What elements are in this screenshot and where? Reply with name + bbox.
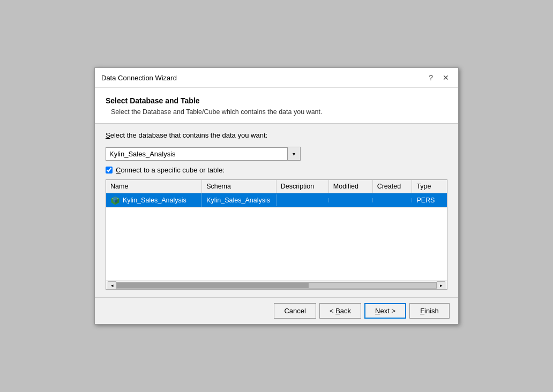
col-modified: Modified bbox=[329, 180, 373, 193]
col-description: Description bbox=[276, 180, 329, 193]
cell-created bbox=[373, 198, 413, 202]
scroll-right-arrow[interactable]: ▸ bbox=[437, 281, 445, 290]
dialog: Data Connection Wizard ? ✕ Select Databa… bbox=[94, 67, 459, 325]
table-header: Name Schema Description Modified Created… bbox=[106, 180, 447, 193]
cell-name: Kylin_Sales_Analysis bbox=[106, 193, 202, 207]
table-container: Name Schema Description Modified Created… bbox=[106, 179, 447, 290]
title-bar-controls: ? ✕ bbox=[426, 72, 452, 83]
footer-section: Cancel < Back Next > Finish bbox=[95, 297, 458, 324]
database-dropdown-wrapper: Kylin_Sales_Analysis ▾ bbox=[106, 147, 447, 161]
scroll-left-arrow[interactable]: ◂ bbox=[108, 281, 116, 290]
specific-cube-checkbox[interactable] bbox=[106, 167, 113, 174]
dialog-title: Data Connection Wizard bbox=[101, 74, 177, 82]
dropdown-arrow-icon[interactable]: ▾ bbox=[288, 147, 301, 161]
scrollbar-thumb bbox=[117, 283, 309, 288]
name-value: Kylin_Sales_Analysis bbox=[123, 197, 186, 204]
cell-modified bbox=[329, 198, 373, 202]
col-name: Name bbox=[106, 180, 202, 193]
header-subtitle: Select the Database and Table/Cube which… bbox=[111, 108, 447, 116]
next-button[interactable]: Next > bbox=[364, 303, 406, 319]
close-button[interactable]: ✕ bbox=[440, 72, 452, 83]
title-bar: Data Connection Wizard ? ✕ bbox=[95, 68, 458, 88]
specific-cube-label: Connect to a specific cube or table: bbox=[116, 166, 225, 174]
help-button[interactable]: ? bbox=[426, 72, 436, 83]
scrollbar-track[interactable] bbox=[116, 282, 437, 289]
back-button[interactable]: < Back bbox=[319, 303, 361, 319]
content-section: Select the database that contains the da… bbox=[95, 124, 458, 297]
cell-type: PERS bbox=[412, 194, 447, 206]
header-title: Select Database and Table bbox=[106, 96, 447, 105]
cell-schema: Kylin_Sales_Analysis bbox=[202, 194, 276, 206]
table-row[interactable]: Kylin_Sales_Analysis Kylin_Sales_Analysi… bbox=[106, 193, 447, 208]
cancel-button[interactable]: Cancel bbox=[274, 303, 316, 319]
col-schema: Schema bbox=[202, 180, 276, 193]
table-body: Kylin_Sales_Analysis Kylin_Sales_Analysi… bbox=[106, 193, 447, 281]
header-section: Select Database and Table Select the Dat… bbox=[95, 88, 458, 124]
finish-button[interactable]: Finish bbox=[409, 303, 450, 319]
cell-description bbox=[276, 198, 329, 202]
cube-icon bbox=[110, 195, 120, 205]
specific-cube-checkbox-row: Connect to a specific cube or table: bbox=[106, 166, 447, 174]
dropdown-label: Select the database that contains the da… bbox=[106, 131, 447, 139]
col-created: Created bbox=[373, 180, 413, 193]
database-dropdown[interactable]: Kylin_Sales_Analysis bbox=[106, 147, 288, 161]
col-type: Type bbox=[412, 180, 447, 193]
horizontal-scrollbar: ◂ ▸ bbox=[106, 281, 447, 289]
